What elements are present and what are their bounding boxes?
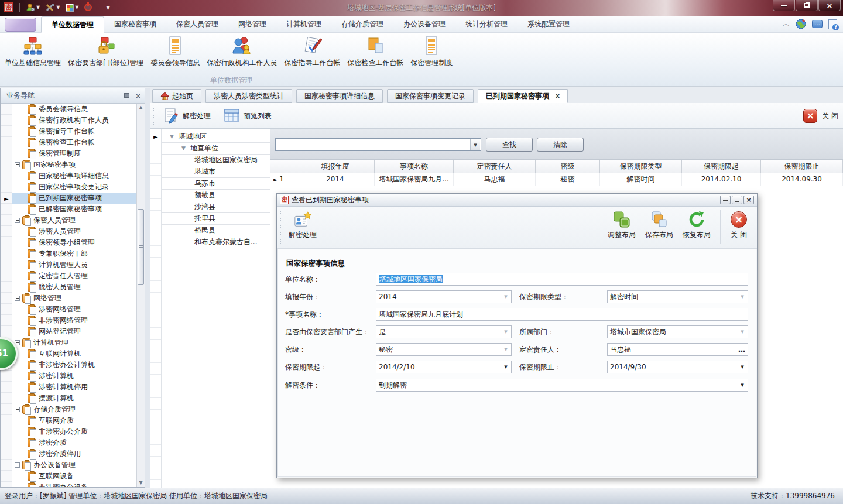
dropdown-arrow-icon[interactable] xyxy=(502,362,510,372)
unit-name-field[interactable]: 塔城地区国家保密局 xyxy=(376,273,748,286)
scrollbar-thumb[interactable] xyxy=(138,209,144,285)
dropdown-arrow-icon[interactable] xyxy=(738,327,747,337)
sidebar-tree-item[interactable]: 办公设备管理 xyxy=(12,460,136,471)
sidebar-tree-item[interactable]: 脱密人员管理 xyxy=(12,282,136,293)
save-layout-button[interactable]: 保存布局 xyxy=(640,208,678,240)
dropdown-arrow-icon[interactable] xyxy=(502,327,510,337)
adjust-layout-button[interactable]: 调整布局 xyxy=(603,208,640,240)
ribbon-button-guidance-ledger[interactable]: 保密指导工作台帐 xyxy=(280,34,344,74)
ribbon-tab-network[interactable]: 网络管理 xyxy=(228,16,276,33)
collapse-icon[interactable] xyxy=(15,296,20,301)
region-tree-item[interactable]: 塔城地区国家保密局 xyxy=(162,155,270,166)
close-button[interactable]: × xyxy=(818,0,841,11)
ribbon-button-vital-departments[interactable]: 保密要害部门(部位)管理 xyxy=(64,34,147,74)
ribbon-tab-computer[interactable]: 计算机管理 xyxy=(276,16,331,33)
sidebar-tree-item[interactable]: 网站登记管理 xyxy=(12,326,136,337)
sidebar-tree-item[interactable]: 定密责任人管理 xyxy=(12,270,136,282)
scroll-down-icon[interactable] xyxy=(137,479,145,487)
level-combobox[interactable]: 秘密 xyxy=(376,343,512,356)
sidebar-tree-item[interactable]: 计算机管理人员 xyxy=(12,259,136,270)
dropdown-arrow-icon[interactable] xyxy=(738,292,747,302)
doc-tab-change-records[interactable]: 国家保密事项变更记录 xyxy=(387,89,474,103)
pin-icon[interactable] xyxy=(122,92,131,100)
preview-list-button[interactable]: 预览列表 xyxy=(219,106,276,126)
region-tree-item[interactable]: 额敏县 xyxy=(162,190,270,201)
doc-tab-personnel-stats[interactable]: 涉密人员涉密类型统计 xyxy=(205,89,292,103)
sidebar-tree-item[interactable]: 涉密计算机 xyxy=(12,371,136,382)
sidebar-tree-item[interactable]: 国家保密事项变更记录 xyxy=(12,181,136,193)
search-input[interactable] xyxy=(277,139,469,150)
ribbon-button-management-rules[interactable]: 保密管理制度 xyxy=(407,34,456,74)
grid-header-level[interactable]: 密级 xyxy=(536,160,600,173)
sidebar-tree-item[interactable]: 国家秘密事项 xyxy=(12,159,136,170)
grid-header-year[interactable]: 填报年度 xyxy=(296,160,375,173)
ribbon-tab-system-config[interactable]: 系统配置管理 xyxy=(518,16,580,33)
sidebar-tree-item[interactable]: 非涉密办公计算机 xyxy=(12,359,136,371)
ribbon-tab-storage[interactable]: 存储介质管理 xyxy=(331,16,393,33)
dropdown-arrow-icon[interactable] xyxy=(738,380,747,390)
condition-combobox[interactable]: 到期解密 xyxy=(376,379,748,392)
sidebar-tree-item[interactable]: 非涉密办公介质 xyxy=(12,426,136,437)
dialog-maximize-button[interactable] xyxy=(732,196,742,204)
dialog-close-button[interactable]: × xyxy=(743,196,754,204)
application-menu-button[interactable] xyxy=(5,18,36,32)
find-button[interactable]: 查找 xyxy=(486,138,533,152)
sidebar-tree-item[interactable]: 保密检查工作台帐 xyxy=(12,137,136,148)
sidebar-tree-item[interactable]: 保密管理制度 xyxy=(12,148,136,159)
sidebar-tree-item[interactable]: 涉密计算机停用 xyxy=(12,382,136,393)
sidebar-tree-item[interactable]: 已到期国家秘密事项 xyxy=(12,193,136,204)
combo-dropdown-icon[interactable] xyxy=(470,139,480,150)
sidebar-tree-item[interactable]: 计算机管理 xyxy=(12,337,136,348)
region-tree-item[interactable]: 乌苏市 xyxy=(162,178,270,190)
collapse-icon[interactable] xyxy=(15,340,20,345)
sidebar-tree-item[interactable]: 网络管理 xyxy=(12,293,136,304)
dept-combobox[interactable]: 塔城市国家保密局 xyxy=(607,325,748,338)
ribbon-button-inspection-ledger[interactable]: 保密检查工作台帐 xyxy=(344,34,407,74)
ribbon-tab-office-equipment[interactable]: 办公设备管理 xyxy=(393,16,455,33)
clear-button[interactable]: 清除 xyxy=(537,138,584,152)
scroll-up-icon[interactable] xyxy=(137,104,145,112)
collapse-ribbon-icon[interactable]: ︿ xyxy=(783,20,790,28)
sidebar-tree-item[interactable]: 专兼职保密干部 xyxy=(12,248,136,259)
sidebar-splitter[interactable] xyxy=(145,88,150,488)
theme-button[interactable]: ▼ xyxy=(66,4,78,12)
dialog-decrypt-button[interactable]: 解密处理 xyxy=(284,208,321,240)
period-start-datepicker[interactable]: 2014/2/10 xyxy=(376,361,512,373)
region-tree-item[interactable]: 地直单位 xyxy=(162,143,270,155)
region-tree-item[interactable]: 塔城地区 xyxy=(162,131,270,143)
grid-header-end[interactable]: 保密期限止 xyxy=(761,160,843,173)
collapse-icon[interactable] xyxy=(15,218,20,223)
sidebar-tree-item[interactable]: 国家秘密事项详细信息 xyxy=(12,170,136,181)
collapse-icon[interactable] xyxy=(15,462,20,468)
restore-layout-button[interactable]: 恢复布局 xyxy=(678,208,715,240)
ribbon-button-agency-staff[interactable]: 保密行政机构工作人员 xyxy=(203,34,280,74)
region-tree-item[interactable]: 托里县 xyxy=(162,213,270,225)
tools-button[interactable]: ▼ xyxy=(46,3,60,12)
sidebar-tree-item[interactable]: 涉密介质停用 xyxy=(12,448,136,460)
dialog-title-bar[interactable]: 密 查看已到期国家秘密事项 × xyxy=(277,194,757,207)
table-row[interactable]: 1 2014 塔城国家保密局九月... 马忠福 秘密 解密时间 2014.02.… xyxy=(270,173,843,186)
sidebar-tree-item[interactable]: 互联网介质 xyxy=(12,415,136,426)
maximize-button[interactable] xyxy=(796,0,818,11)
grid-header-name[interactable]: 事项名称 xyxy=(375,160,454,173)
dropdown-arrow-icon[interactable] xyxy=(738,362,747,372)
feedback-icon[interactable]: … xyxy=(812,20,823,28)
grid-header-type[interactable]: 保密期限类型 xyxy=(600,160,682,173)
exit-button[interactable] xyxy=(84,4,92,11)
collapse-icon[interactable] xyxy=(15,162,20,167)
doc-tab-expired-secrets[interactable]: 已到期国家秘密事项 x xyxy=(478,89,568,103)
period-end-datepicker[interactable]: 2014/9/30 xyxy=(607,361,748,373)
sidebar-tree-item[interactable]: 互联网计算机 xyxy=(12,348,136,359)
tab-close-icon[interactable]: x xyxy=(556,90,560,102)
sidebar-tree-item[interactable]: 涉密网络管理 xyxy=(12,304,136,315)
decrypt-button[interactable]: 解密处理 xyxy=(158,106,215,126)
dropdown-arrow-icon[interactable] xyxy=(502,292,510,302)
sidebar-tree-item[interactable]: 保密指导工作台帐 xyxy=(12,126,136,137)
collapse-icon[interactable] xyxy=(15,407,20,412)
sidebar-tree-item[interactable]: 非涉密网络管理 xyxy=(12,315,136,326)
sidebar-tree-item[interactable]: 互联网设备 xyxy=(12,471,136,482)
person-field[interactable]: 马忠福 xyxy=(607,343,748,356)
sidebar-close-icon[interactable]: × xyxy=(135,92,141,100)
sidebar-tree-item[interactable]: 保密行政机构工作人员 xyxy=(12,115,136,126)
close-tab-icon[interactable] xyxy=(803,109,817,123)
